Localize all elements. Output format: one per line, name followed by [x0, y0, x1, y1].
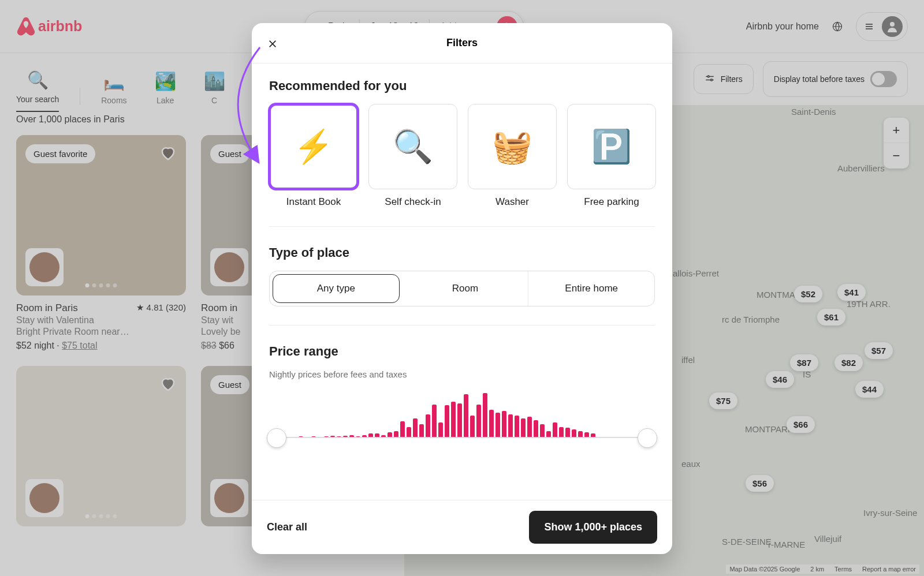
- price-sub: Nightly prices before fees and taxes: [269, 369, 655, 379]
- histogram-bar: [508, 414, 513, 438]
- type-option-entire-home[interactable]: Entire home: [528, 271, 654, 306]
- rec-card-free-parking[interactable]: 🅿️Free parking: [567, 104, 656, 208]
- histogram-bar: [534, 420, 538, 438]
- histogram-bar: [426, 414, 430, 438]
- recommended-title: Recommended for you: [269, 78, 655, 93]
- histogram-bar: [540, 424, 545, 438]
- histogram-bar: [419, 424, 424, 438]
- histogram-bar: [400, 421, 405, 438]
- rec-card-instant-book[interactable]: ⚡Instant Book: [269, 104, 358, 208]
- histogram-bar: [451, 402, 456, 438]
- price-slider-max[interactable]: [638, 428, 657, 448]
- price-title: Price range: [269, 344, 655, 359]
- rec-card-washer[interactable]: 🧺Washer: [468, 104, 557, 208]
- close-icon: [268, 39, 277, 48]
- histogram-bar: [527, 417, 532, 438]
- type-option-room[interactable]: Room: [403, 271, 529, 306]
- histogram-bar: [489, 410, 494, 438]
- show-results-button[interactable]: Show 1,000+ places: [529, 511, 657, 544]
- histogram-bar: [553, 422, 557, 438]
- histogram-bar: [483, 393, 487, 438]
- histogram-bar: [470, 416, 475, 438]
- histogram-bar: [457, 403, 462, 438]
- histogram-bar: [464, 394, 468, 438]
- close-modal-button[interactable]: [264, 36, 281, 52]
- type-option-any-type[interactable]: Any type: [273, 274, 400, 303]
- price-slider-min[interactable]: [267, 428, 286, 448]
- histogram-bar: [413, 418, 418, 438]
- histogram-bar: [495, 413, 500, 438]
- clear-all-button[interactable]: Clear all: [267, 521, 307, 533]
- histogram-bar: [432, 405, 437, 439]
- price-histogram: [269, 392, 655, 438]
- histogram-bar: [515, 416, 519, 438]
- histogram-bar: [521, 418, 526, 438]
- filters-modal: Filters Recommended for you ⚡Instant Boo…: [252, 23, 672, 554]
- histogram-bar: [476, 405, 481, 439]
- rec-card-self-check-in[interactable]: 🔍Self check-in: [368, 104, 457, 208]
- type-title: Type of place: [269, 245, 655, 260]
- histogram-bar: [502, 411, 506, 438]
- histogram-bar: [445, 405, 449, 438]
- histogram-bar: [438, 422, 443, 438]
- modal-title: Filters: [446, 37, 478, 49]
